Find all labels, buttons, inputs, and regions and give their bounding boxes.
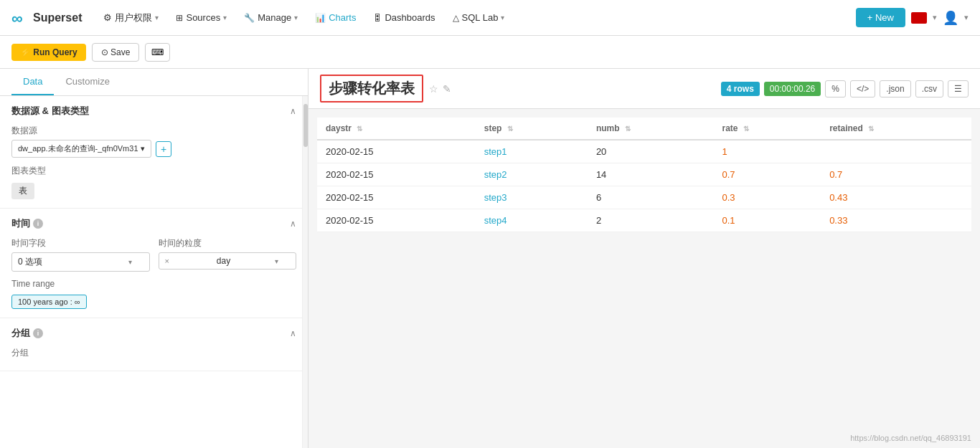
time-field-select[interactable]: 0 选项 ▾ [11,252,150,272]
percent-button[interactable]: % [825,80,846,97]
group-collapse-icon: ∧ [290,328,296,338]
rows-badge: 4 rows [721,82,760,96]
chevron-down-icon: ▾ [223,14,227,22]
caret-icon: ▾ [141,144,145,153]
time-collapse-icon: ∧ [290,219,296,229]
edit-icon[interactable]: ✎ [443,83,451,95]
chart-type-label: 图表类型 [11,165,296,177]
keyboard-button[interactable]: ⌨ [145,43,170,62]
chart-title-icons: ☆ ✎ [429,83,451,95]
chart-type-field: 图表类型 表 [11,165,296,199]
col-daystr[interactable]: daystr ⇅ [317,118,476,140]
time-section: 时间 i ∧ 时间字段 0 选项 ▾ 时间的粒度 [0,209,308,318]
col-step[interactable]: step ⇅ [476,118,588,140]
col-numb[interactable]: numb ⇅ [588,118,714,140]
table-row: 2020-02-15 step3 6 0.3 0.43 [317,186,971,209]
collapse-icon: ∧ [290,106,296,116]
sort-icon: ⇅ [625,125,631,133]
datasource-section-title: 数据源 & 图表类型 [11,105,89,118]
cell-daystr: 2020-02-15 [317,186,476,209]
wrench-icon: 🔧 [244,13,255,23]
cell-numb: 2 [588,209,714,232]
data-table: daystr ⇅ step ⇅ numb ⇅ rate ⇅ retained ⇅… [317,118,971,232]
nav-sources[interactable]: ⊞ Sources ▾ [169,8,234,27]
table-row: 2020-02-15 step2 14 0.7 0.7 [317,163,971,186]
time-badge: 00:00:00.26 [764,82,821,96]
group-section-title-wrap: 分组 i [11,327,43,340]
time-section-title-wrap: 时间 i [11,217,43,230]
json-button[interactable]: .json [880,80,910,97]
chevron-down-icon: ▾ [155,14,159,22]
granularity-clear-icon: × [165,257,169,265]
group-section-header[interactable]: 分组 i ∧ [11,327,296,340]
new-button[interactable]: + New [856,8,905,27]
panel-scrollbar[interactable] [302,96,308,448]
cell-step: step2 [476,163,588,186]
code-button[interactable]: </> [850,80,875,97]
group-section-title: 分组 [11,327,30,340]
time-section-title: 时间 [11,217,30,230]
datasource-row: dw_app.未命名的查询-_qfn0Vm31 ▾ + [11,140,296,158]
col-retained[interactable]: retained ⇅ [821,118,971,140]
tab-data[interactable]: Data [11,69,54,95]
nav-sql-lab[interactable]: △ SQL Lab ▾ [446,8,512,27]
time-range-label: Time range [11,279,296,289]
cell-rate: 0.1 [713,209,821,232]
chart-title-area: 步骤转化率表 ☆ ✎ [320,75,451,103]
time-info-icon: i [33,219,43,229]
chevron-down-icon: ▾ [294,14,298,22]
cell-rate: 1 [713,140,821,163]
nav-user-rights[interactable]: ⚙ 用户权限 ▾ [96,7,166,29]
cell-retained: 0.43 [821,186,971,209]
time-field-value: 0 选项 [18,256,42,268]
col-rate[interactable]: rate ⇅ [713,118,821,140]
navbar: ∞ Superset ⚙ 用户权限 ▾ ⊞ Sources ▾ 🔧 Manage… [0,0,980,36]
left-panel: Data Customize 数据源 & 图表类型 ∧ 数据源 dw_app.未… [0,69,308,448]
time-section-header[interactable]: 时间 i ∧ [11,217,296,230]
nav-manage[interactable]: 🔧 Manage ▾ [237,8,305,27]
chevron-down-icon: ▾ [501,14,504,22]
group-field-label: 分组 [11,347,296,359]
chart-type-badge: 表 [11,183,34,199]
time-range-field: Time range 100 years ago : ∞ [11,279,296,309]
table-header-row: daystr ⇅ step ⇅ numb ⇅ rate ⇅ retained ⇅ [317,118,971,140]
granularity-select[interactable]: × day ▾ [159,252,297,270]
chart-header: 步骤转化率表 ☆ ✎ 4 rows 00:00:00.26 % </> .jso… [308,69,980,109]
chart-title: 步骤转化率表 [320,75,423,103]
right-panel: 步骤转化率表 ☆ ✎ 4 rows 00:00:00.26 % </> .jso… [308,69,980,448]
chart-meta: 4 rows 00:00:00.26 % </> .json .csv ☰ [721,80,969,97]
sql-icon: △ [453,13,459,23]
save-button[interactable]: ⊙ Save [92,43,140,62]
language-flag[interactable] [911,12,927,24]
cell-daystr: 2020-02-15 [317,209,476,232]
menu-button[interactable]: ☰ [948,80,969,97]
time-field-label: 时间字段 [11,237,150,249]
navbar-right: + New ▾ 👤 ▾ [856,8,969,27]
sort-icon: ⇅ [357,125,362,133]
datasource-select[interactable]: dw_app.未命名的查询-_qfn0Vm31 ▾ [11,140,151,158]
user-chevron-icon: ▾ [964,13,969,22]
watermark: https://blog.csdn.net/qq_46893191 [850,434,971,442]
panel-tabs: Data Customize [0,69,308,96]
time-field-col: 时间字段 0 选项 ▾ [11,237,150,272]
csv-button[interactable]: .csv [915,80,943,97]
add-datasource-button[interactable]: + [156,141,171,157]
superset-logo: ∞ [11,9,29,27]
star-icon[interactable]: ☆ [429,83,438,95]
nav-dashboards[interactable]: 🎛 Dashboards [366,8,442,27]
sort-icon: ⇅ [507,125,513,133]
group-info-icon: i [33,328,43,338]
datasource-section-header[interactable]: 数据源 & 图表类型 ∧ [11,105,296,118]
cell-numb: 6 [588,186,714,209]
cell-numb: 20 [588,140,714,163]
run-query-button[interactable]: ⚡ Run Query [11,44,86,61]
datasource-label: 数据源 [11,125,296,137]
time-range-value[interactable]: 100 years ago : ∞ [11,295,87,309]
cell-rate: 0.3 [713,186,821,209]
user-avatar[interactable]: 👤 [943,10,958,26]
nav-charts[interactable]: 📊 Charts [308,8,363,27]
cell-retained: 0.7 [821,163,971,186]
brand: ∞ Superset [11,9,82,27]
tab-customize[interactable]: Customize [54,69,121,95]
cell-numb: 14 [588,163,714,186]
